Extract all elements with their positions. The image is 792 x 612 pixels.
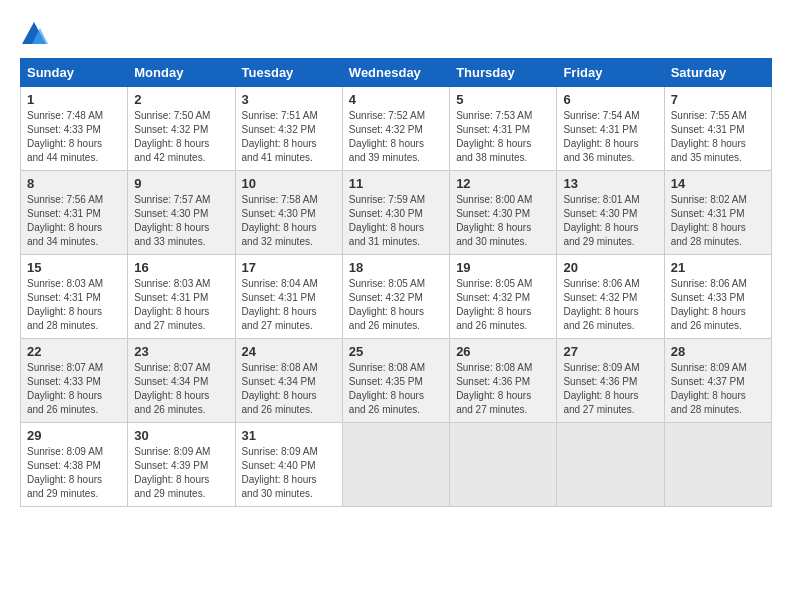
calendar-cell: 2Sunrise: 7:50 AMSunset: 4:32 PMDaylight…: [128, 87, 235, 171]
day-number: 5: [456, 92, 550, 107]
calendar-cell: 9Sunrise: 7:57 AMSunset: 4:30 PMDaylight…: [128, 171, 235, 255]
day-number: 22: [27, 344, 121, 359]
day-number: 25: [349, 344, 443, 359]
day-number: 3: [242, 92, 336, 107]
calendar-cell: 30Sunrise: 8:09 AMSunset: 4:39 PMDayligh…: [128, 423, 235, 507]
day-number: 23: [134, 344, 228, 359]
day-number: 20: [563, 260, 657, 275]
calendar-cell: 29Sunrise: 8:09 AMSunset: 4:38 PMDayligh…: [21, 423, 128, 507]
day-number: 8: [27, 176, 121, 191]
day-info: Sunrise: 8:03 AMSunset: 4:31 PMDaylight:…: [27, 277, 121, 333]
week-row-4: 22Sunrise: 8:07 AMSunset: 4:33 PMDayligh…: [21, 339, 772, 423]
week-row-3: 15Sunrise: 8:03 AMSunset: 4:31 PMDayligh…: [21, 255, 772, 339]
day-info: Sunrise: 8:04 AMSunset: 4:31 PMDaylight:…: [242, 277, 336, 333]
day-info: Sunrise: 7:59 AMSunset: 4:30 PMDaylight:…: [349, 193, 443, 249]
day-number: 11: [349, 176, 443, 191]
day-header-thursday: Thursday: [450, 59, 557, 87]
day-info: Sunrise: 8:00 AMSunset: 4:30 PMDaylight:…: [456, 193, 550, 249]
day-number: 14: [671, 176, 765, 191]
calendar-cell: 31Sunrise: 8:09 AMSunset: 4:40 PMDayligh…: [235, 423, 342, 507]
page-header: [20, 20, 772, 48]
logo: [20, 20, 52, 48]
week-row-2: 8Sunrise: 7:56 AMSunset: 4:31 PMDaylight…: [21, 171, 772, 255]
day-header-wednesday: Wednesday: [342, 59, 449, 87]
day-info: Sunrise: 7:57 AMSunset: 4:30 PMDaylight:…: [134, 193, 228, 249]
calendar-cell: 6Sunrise: 7:54 AMSunset: 4:31 PMDaylight…: [557, 87, 664, 171]
day-number: 13: [563, 176, 657, 191]
calendar-cell: 20Sunrise: 8:06 AMSunset: 4:32 PMDayligh…: [557, 255, 664, 339]
calendar-cell: 13Sunrise: 8:01 AMSunset: 4:30 PMDayligh…: [557, 171, 664, 255]
day-number: 21: [671, 260, 765, 275]
day-number: 28: [671, 344, 765, 359]
day-info: Sunrise: 8:06 AMSunset: 4:32 PMDaylight:…: [563, 277, 657, 333]
calendar-cell: 28Sunrise: 8:09 AMSunset: 4:37 PMDayligh…: [664, 339, 771, 423]
day-info: Sunrise: 8:03 AMSunset: 4:31 PMDaylight:…: [134, 277, 228, 333]
day-number: 17: [242, 260, 336, 275]
day-info: Sunrise: 8:09 AMSunset: 4:39 PMDaylight:…: [134, 445, 228, 501]
calendar-cell: 12Sunrise: 8:00 AMSunset: 4:30 PMDayligh…: [450, 171, 557, 255]
day-info: Sunrise: 7:58 AMSunset: 4:30 PMDaylight:…: [242, 193, 336, 249]
day-header-monday: Monday: [128, 59, 235, 87]
day-info: Sunrise: 7:53 AMSunset: 4:31 PMDaylight:…: [456, 109, 550, 165]
calendar-cell: 10Sunrise: 7:58 AMSunset: 4:30 PMDayligh…: [235, 171, 342, 255]
day-number: 19: [456, 260, 550, 275]
day-number: 7: [671, 92, 765, 107]
day-number: 10: [242, 176, 336, 191]
day-header-saturday: Saturday: [664, 59, 771, 87]
day-info: Sunrise: 7:55 AMSunset: 4:31 PMDaylight:…: [671, 109, 765, 165]
day-info: Sunrise: 8:05 AMSunset: 4:32 PMDaylight:…: [349, 277, 443, 333]
calendar-cell: [450, 423, 557, 507]
calendar-cell: 22Sunrise: 8:07 AMSunset: 4:33 PMDayligh…: [21, 339, 128, 423]
calendar-table: SundayMondayTuesdayWednesdayThursdayFrid…: [20, 58, 772, 507]
day-info: Sunrise: 8:07 AMSunset: 4:34 PMDaylight:…: [134, 361, 228, 417]
day-info: Sunrise: 8:09 AMSunset: 4:36 PMDaylight:…: [563, 361, 657, 417]
week-row-1: 1Sunrise: 7:48 AMSunset: 4:33 PMDaylight…: [21, 87, 772, 171]
calendar-cell: 17Sunrise: 8:04 AMSunset: 4:31 PMDayligh…: [235, 255, 342, 339]
calendar-cell: 16Sunrise: 8:03 AMSunset: 4:31 PMDayligh…: [128, 255, 235, 339]
day-info: Sunrise: 8:09 AMSunset: 4:37 PMDaylight:…: [671, 361, 765, 417]
day-info: Sunrise: 8:05 AMSunset: 4:32 PMDaylight:…: [456, 277, 550, 333]
calendar-cell: 8Sunrise: 7:56 AMSunset: 4:31 PMDaylight…: [21, 171, 128, 255]
calendar-cell: 4Sunrise: 7:52 AMSunset: 4:32 PMDaylight…: [342, 87, 449, 171]
day-header-tuesday: Tuesday: [235, 59, 342, 87]
day-number: 4: [349, 92, 443, 107]
day-number: 30: [134, 428, 228, 443]
day-info: Sunrise: 7:52 AMSunset: 4:32 PMDaylight:…: [349, 109, 443, 165]
day-info: Sunrise: 7:48 AMSunset: 4:33 PMDaylight:…: [27, 109, 121, 165]
week-row-5: 29Sunrise: 8:09 AMSunset: 4:38 PMDayligh…: [21, 423, 772, 507]
calendar-cell: 19Sunrise: 8:05 AMSunset: 4:32 PMDayligh…: [450, 255, 557, 339]
day-info: Sunrise: 8:02 AMSunset: 4:31 PMDaylight:…: [671, 193, 765, 249]
day-header-sunday: Sunday: [21, 59, 128, 87]
day-info: Sunrise: 8:09 AMSunset: 4:38 PMDaylight:…: [27, 445, 121, 501]
day-number: 29: [27, 428, 121, 443]
calendar-cell: 7Sunrise: 7:55 AMSunset: 4:31 PMDaylight…: [664, 87, 771, 171]
day-number: 15: [27, 260, 121, 275]
calendar-cell: 26Sunrise: 8:08 AMSunset: 4:36 PMDayligh…: [450, 339, 557, 423]
calendar-cell: 1Sunrise: 7:48 AMSunset: 4:33 PMDaylight…: [21, 87, 128, 171]
day-number: 6: [563, 92, 657, 107]
calendar-cell: 18Sunrise: 8:05 AMSunset: 4:32 PMDayligh…: [342, 255, 449, 339]
calendar-cell: 25Sunrise: 8:08 AMSunset: 4:35 PMDayligh…: [342, 339, 449, 423]
day-info: Sunrise: 7:56 AMSunset: 4:31 PMDaylight:…: [27, 193, 121, 249]
calendar-cell: [342, 423, 449, 507]
day-number: 31: [242, 428, 336, 443]
day-info: Sunrise: 8:01 AMSunset: 4:30 PMDaylight:…: [563, 193, 657, 249]
calendar-cell: 23Sunrise: 8:07 AMSunset: 4:34 PMDayligh…: [128, 339, 235, 423]
day-info: Sunrise: 8:08 AMSunset: 4:35 PMDaylight:…: [349, 361, 443, 417]
day-number: 18: [349, 260, 443, 275]
day-info: Sunrise: 8:07 AMSunset: 4:33 PMDaylight:…: [27, 361, 121, 417]
calendar-cell: 11Sunrise: 7:59 AMSunset: 4:30 PMDayligh…: [342, 171, 449, 255]
logo-icon: [20, 20, 48, 48]
day-number: 1: [27, 92, 121, 107]
calendar-cell: 27Sunrise: 8:09 AMSunset: 4:36 PMDayligh…: [557, 339, 664, 423]
day-number: 27: [563, 344, 657, 359]
day-info: Sunrise: 7:54 AMSunset: 4:31 PMDaylight:…: [563, 109, 657, 165]
day-number: 24: [242, 344, 336, 359]
day-info: Sunrise: 7:51 AMSunset: 4:32 PMDaylight:…: [242, 109, 336, 165]
day-number: 2: [134, 92, 228, 107]
calendar-cell: 24Sunrise: 8:08 AMSunset: 4:34 PMDayligh…: [235, 339, 342, 423]
day-info: Sunrise: 7:50 AMSunset: 4:32 PMDaylight:…: [134, 109, 228, 165]
day-number: 12: [456, 176, 550, 191]
day-info: Sunrise: 8:08 AMSunset: 4:36 PMDaylight:…: [456, 361, 550, 417]
day-header-friday: Friday: [557, 59, 664, 87]
